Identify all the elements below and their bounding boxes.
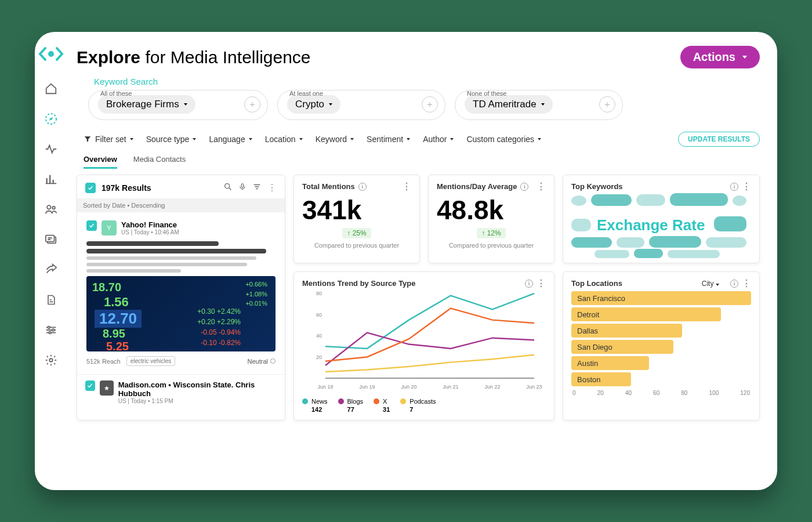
app-window: Explore for Media Intelligence Actions K… (35, 32, 777, 490)
add-keyword-button[interactable]: ＋ (244, 96, 260, 113)
trend-legend: News142Blogs77X31Podcasts7 (302, 398, 546, 413)
top-keywords-card: Top Keywordsi⋮ Exchange Rat (563, 175, 760, 263)
tab-overview[interactable]: Overview (84, 155, 117, 169)
top-keyword: Exchange Rate (597, 216, 705, 234)
top-locations-card: Top LocationsCity i⋮ San FranciscoDetroi… (563, 271, 760, 420)
share-icon[interactable] (44, 263, 58, 277)
sort-icon[interactable] (252, 183, 262, 193)
svg-point-7 (52, 329, 55, 331)
trend-chart[interactable]: 20406080Jun 18Jun 19Jun 20Jun 21Jun 22Ju… (302, 288, 546, 392)
keyword-search-row: All of these Brokerage Firms ＋ At least … (88, 90, 760, 120)
results-card: 197k Results ⋮ Sorted by Date • Descendi… (77, 175, 285, 420)
article-thumbnail: 18.70 1.56 12.70 8.95 5.25 +0.66%+1.08%+… (86, 276, 276, 351)
info-icon[interactable]: i (730, 183, 738, 191)
source-badge: Y (102, 220, 117, 235)
keyword-pill[interactable]: Brokerage Firms (98, 95, 195, 114)
titlebar: Explore for Media Intelligence Actions (77, 46, 760, 68)
sentiment-badge: Neutral (248, 358, 276, 365)
results-header: 197k Results ⋮ (85, 182, 277, 194)
compare-label: Compared to previous quarter (302, 242, 411, 249)
filter-language[interactable]: Language (209, 135, 252, 144)
filter-location[interactable]: Location (265, 135, 303, 144)
filter-custom[interactable]: Custom categories (466, 135, 541, 144)
add-keyword-button[interactable]: ＋ (599, 96, 615, 113)
svg-text:Jun 20: Jun 20 (401, 384, 416, 390)
info-icon[interactable]: i (358, 183, 367, 191)
svg-text:Jun 22: Jun 22 (484, 384, 500, 390)
pct-change: ↑ 12% (477, 228, 505, 238)
select-all-checkbox[interactable] (85, 183, 96, 193)
messages-icon[interactable] (44, 233, 58, 246)
svg-text:Jun 19: Jun 19 (359, 384, 375, 390)
avg-mentions-card: Mentions/Day Averagei⋮ 48.8k ↑ 12% Compa… (428, 175, 554, 263)
pct-change: ↑ 25% (342, 228, 371, 238)
keyword-pill[interactable]: Crypto (287, 95, 340, 114)
location-bars[interactable]: San FranciscoDetroitDallasSan DiegoAusti… (571, 291, 751, 386)
article-footer: 512k Reach electric vehicles Neutral (86, 356, 276, 366)
article-source: Yahoo! Finance (121, 220, 179, 229)
home-icon[interactable] (44, 82, 58, 96)
article-checkbox[interactable] (86, 220, 97, 231)
update-results-button[interactable]: UPDATE RESULTS (678, 132, 760, 147)
search-group-none: None of these TD Ameritrade ＋ (455, 90, 623, 120)
search-icon[interactable] (223, 182, 233, 194)
add-keyword-button[interactable]: ＋ (422, 96, 438, 113)
sliders-icon[interactable] (44, 323, 58, 337)
contacts-icon[interactable] (44, 202, 58, 216)
explore-icon[interactable] (44, 112, 58, 126)
svg-text:Jun 21: Jun 21 (443, 384, 458, 390)
sidebar (35, 32, 67, 490)
filter-sentiment[interactable]: Sentiment (367, 135, 410, 144)
filter-set[interactable]: Filter set (84, 135, 133, 144)
info-icon[interactable]: i (730, 280, 738, 288)
metric-value: 48.8k (437, 194, 546, 226)
group-label: At least one (289, 90, 323, 97)
svg-point-2 (47, 205, 50, 209)
info-icon[interactable]: i (525, 280, 533, 288)
keyword-pill[interactable]: TD Ameritrade (465, 95, 553, 114)
filter-author[interactable]: Author (423, 135, 454, 144)
compare-label: Compared to previous quarter (437, 242, 546, 249)
settings-icon[interactable] (44, 353, 58, 367)
svg-point-0 (48, 51, 54, 57)
results-count: 197k Results (102, 183, 151, 193)
svg-text:20: 20 (316, 354, 322, 360)
total-mentions-card: Total Mentionsi⋮ 341k ↑ 25% Compared to … (293, 175, 420, 263)
actions-button[interactable]: Actions (680, 46, 760, 68)
article-snippet (86, 241, 276, 273)
card-title: Mentions/Day Average (437, 182, 517, 191)
article-item[interactable]: ★ Madison.com • Wisconsin State. Chris H… (77, 374, 285, 404)
article-meta: US | Today • 1:15 PM (118, 398, 277, 404)
analytics-icon[interactable] (44, 172, 58, 186)
svg-point-3 (52, 206, 55, 209)
document-icon[interactable] (44, 293, 58, 307)
mentions-trend-card: Mentions Trend by Source Typei⋮ 20406080… (293, 271, 554, 420)
article-tag[interactable]: electric vehicles (126, 356, 176, 366)
main-panel: Explore for Media Intelligence Actions K… (67, 32, 777, 490)
metric-value: 341k (302, 194, 411, 226)
card-title: Top Locations (571, 279, 622, 288)
section-label: Keyword Search (94, 77, 760, 86)
tab-media-contacts[interactable]: Media Contacts (133, 155, 186, 169)
article-checkbox[interactable] (85, 380, 95, 391)
filter-source-type[interactable]: Source type (146, 135, 197, 144)
svg-text:Jun 18: Jun 18 (317, 384, 333, 390)
card-title: Mentions Trend by Source Type (302, 279, 416, 288)
info-icon[interactable]: i (520, 183, 528, 191)
tabs: Overview Media Contacts (84, 155, 760, 169)
article-item[interactable]: Y Yahoo! Finance US | Today • 10:46 AM (85, 218, 277, 368)
activity-icon[interactable] (44, 142, 58, 156)
svg-point-10 (225, 184, 230, 188)
mic-icon[interactable] (238, 182, 246, 194)
location-axis: 020406080100120 (571, 390, 751, 396)
svg-point-9 (49, 358, 53, 362)
search-group-all: All of these Brokerage Firms ＋ (88, 90, 268, 120)
keyword-cloud[interactable]: Exchange Rate (571, 193, 751, 256)
card-title: Total Mentions (302, 182, 355, 191)
filter-keyword[interactable]: Keyword (316, 135, 354, 144)
location-grouping-dropdown[interactable]: City (702, 280, 719, 288)
group-label: None of these (467, 90, 507, 97)
search-group-any: At least one Crypto ＋ (277, 90, 445, 120)
page-title: Explore for Media Intelligence (77, 48, 311, 67)
svg-text:60: 60 (316, 312, 322, 318)
